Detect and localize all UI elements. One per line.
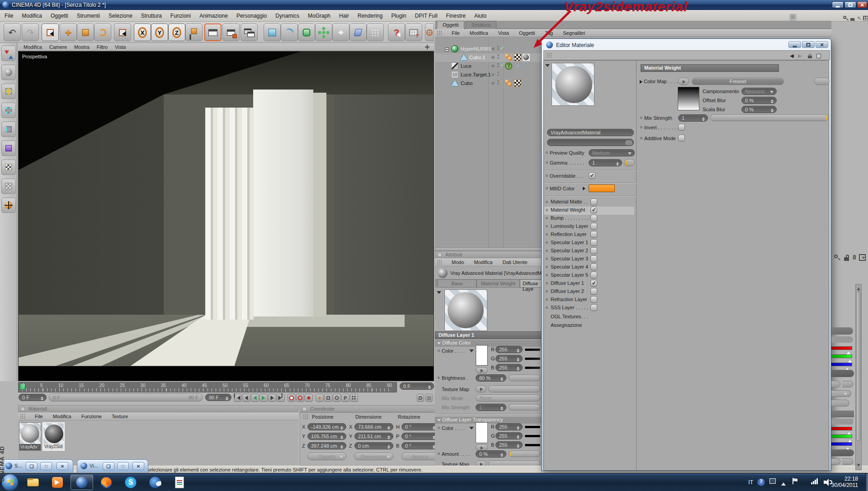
- search-icon[interactable]: [834, 254, 840, 261]
- add-cube-icon[interactable]: [264, 24, 281, 41]
- attr-menu-modo[interactable]: Modo: [452, 260, 464, 265]
- attributes-panel-header[interactable]: Attributi: [435, 251, 542, 258]
- sampling-dropdown[interactable]: Nessuno: [741, 88, 777, 95]
- tray-expand-icon[interactable]: [781, 480, 786, 486]
- channel-checkbox[interactable]: [590, 247, 597, 254]
- mat-menu-texture[interactable]: Texture: [112, 414, 128, 419]
- additive-mode-checkbox[interactable]: [678, 135, 685, 142]
- mix-strength-slider[interactable]: [710, 114, 829, 121]
- home-icon[interactable]: [850, 15, 856, 21]
- back-icon[interactable]: ◀: [788, 53, 796, 60]
- g-gradient-slider[interactable]: [525, 358, 540, 360]
- channel-checkbox[interactable]: [590, 280, 597, 287]
- drag-grip-icon[interactable]: [547, 52, 552, 58]
- dropdown-fragment[interactable]: [831, 390, 851, 397]
- visibility-dots[interactable]: [497, 71, 499, 73]
- r-field[interactable]: 255: [495, 346, 523, 353]
- tray-window-icon[interactable]: [769, 478, 776, 484]
- enabled-check-icon[interactable]: ✓: [500, 45, 505, 51]
- menu-mograph[interactable]: MoGraph: [308, 13, 330, 19]
- color-expand-icon[interactable]: [469, 349, 474, 354]
- color-expand-icon[interactable]: [469, 427, 474, 432]
- color-swatch[interactable]: [476, 345, 488, 366]
- move-tool-icon[interactable]: +: [60, 24, 77, 41]
- value-field-fragment[interactable]: [831, 449, 854, 456]
- dimensione-dropdown[interactable]: Dimensione: [354, 453, 393, 460]
- coordinates-panel-header[interactable]: Coordinate: [300, 405, 441, 412]
- content-browser-icon[interactable]: [425, 24, 434, 41]
- editor-close-button[interactable]: ✕: [816, 41, 828, 48]
- dim-x-field[interactable]: 73.666 cm: [354, 423, 393, 430]
- render-view-icon[interactable]: [204, 24, 222, 41]
- channel-checkbox[interactable]: [590, 215, 597, 222]
- channel-material-weight[interactable]: Material Weight: [544, 207, 634, 215]
- blue-slider-fragment[interactable]: [831, 442, 852, 446]
- play-icon[interactable]: [259, 394, 268, 402]
- xpresso-icon[interactable]: ?: [405, 24, 422, 41]
- convert-icon[interactable]: [1, 46, 16, 61]
- channel-material-matte[interactable]: Material Matte . .: [544, 198, 634, 207]
- dim-y-field[interactable]: 211.51 cm: [354, 433, 393, 440]
- assegnazione-link[interactable]: Assegnazione: [551, 322, 582, 328]
- material-item-vrayadvanced[interactable]: VrayAdv:: [19, 422, 41, 451]
- uvw-tag-icon[interactable]: [514, 80, 521, 87]
- button-fragment[interactable]: [831, 381, 840, 387]
- channel-specular1[interactable]: Specular Layer 1: [544, 239, 634, 247]
- arrow-icon[interactable]: ↖: [857, 15, 863, 21]
- text-editor-icon[interactable]: [168, 475, 191, 490]
- object-axis-icon[interactable]: [1, 84, 16, 99]
- tray-flag-icon[interactable]: [793, 478, 798, 484]
- value-field-fragment[interactable]: [831, 370, 854, 377]
- visibility-dot[interactable]: [491, 64, 495, 67]
- green-slider-fragment[interactable]: [831, 354, 852, 358]
- channel-refraction[interactable]: Refraction Layer: [544, 296, 634, 304]
- scrollbar[interactable]: [855, 284, 862, 470]
- mat-menu-funzione[interactable]: Funzione: [81, 414, 102, 419]
- red-slider-fragment[interactable]: [831, 427, 852, 430]
- channel-checkbox[interactable]: [590, 223, 597, 230]
- b-gradient-slider[interactable]: [525, 367, 540, 369]
- key-position-icon[interactable]: +: [316, 394, 324, 402]
- lock-x-icon[interactable]: X: [134, 24, 151, 41]
- add-array-icon[interactable]: [315, 24, 332, 41]
- autokey-icon[interactable]: [296, 394, 304, 402]
- overridable-checkbox[interactable]: [589, 172, 595, 179]
- g-gradient-slider[interactable]: [525, 435, 540, 437]
- add-spline-icon[interactable]: [281, 24, 298, 41]
- visibility-dot[interactable]: [491, 47, 495, 50]
- vp-menu-filtro[interactable]: Filtro: [97, 44, 108, 50]
- gamma-field[interactable]: 1: [589, 159, 622, 166]
- ogl-textures-link[interactable]: OGL Textures. . .: [551, 314, 588, 319]
- button-fragment[interactable]: [831, 400, 849, 406]
- minimized-window-vi[interactable]: Vi... ❏ □ ✕: [77, 459, 148, 472]
- undo-icon[interactable]: ↶: [4, 24, 21, 41]
- menu-finestre[interactable]: Finestre: [446, 13, 466, 19]
- record-keyframe-icon[interactable]: [288, 394, 296, 402]
- gamma-slider[interactable]: [624, 159, 635, 166]
- channel-sss[interactable]: SSS Layer . . . . .: [544, 304, 634, 312]
- dim-z-field[interactable]: 0 cm: [354, 442, 393, 449]
- lock-y-icon[interactable]: Y: [151, 24, 168, 41]
- lock-z-icon[interactable]: Z: [168, 24, 185, 41]
- layer-icon[interactable]: 8: [853, 254, 856, 261]
- show-desktop-button[interactable]: [865, 473, 868, 491]
- vray-tag-icon[interactable]: [505, 62, 512, 70]
- attr-tab-base[interactable]: Base: [438, 279, 476, 288]
- mix-strength-slider[interactable]: [509, 404, 540, 411]
- minimize-button[interactable]: [832, 1, 844, 8]
- transparency-subheader[interactable]: Diffuse Layer Transparency: [435, 417, 542, 424]
- material-tag-icon[interactable]: [523, 54, 530, 61]
- restore-button[interactable]: ❏: [26, 462, 38, 470]
- grid-icon[interactable]: [863, 15, 868, 21]
- mix-strength-field[interactable]: 1: [678, 114, 708, 122]
- restore-button[interactable]: ❏: [103, 462, 114, 470]
- attr-tab-diffuse-layer[interactable]: Diffuse Laye: [520, 279, 542, 288]
- render-queue-icon[interactable]: [241, 24, 258, 41]
- close-button[interactable]: ✕: [857, 1, 867, 8]
- texture-map-field[interactable]: [488, 386, 540, 392]
- next-frame-icon[interactable]: [268, 394, 276, 402]
- om-menu-tag[interactable]: Tag: [545, 30, 553, 36]
- r-field[interactable]: 255: [495, 423, 523, 430]
- menu-oggetti[interactable]: Oggetti: [51, 13, 68, 19]
- explorer-icon[interactable]: [22, 475, 44, 490]
